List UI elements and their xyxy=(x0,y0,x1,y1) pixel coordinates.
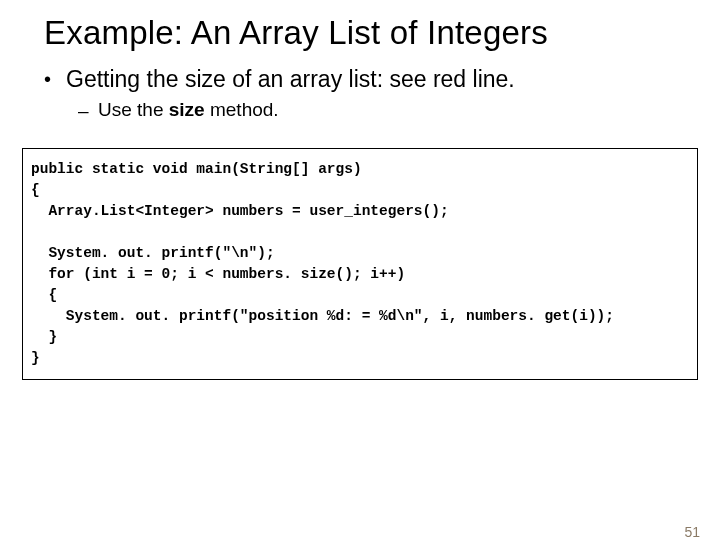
bullet-dash-icon: – xyxy=(78,99,98,122)
bullet-2-bold: size xyxy=(169,99,205,120)
code-line: Array.List<Integer> numbers = user_integ… xyxy=(31,203,449,219)
bullet-dot-icon: • xyxy=(44,66,66,92)
bullet-2-pre: Use the xyxy=(98,99,169,120)
code-line: { xyxy=(31,287,57,303)
bullet-level-2: – Use the size method. xyxy=(78,99,676,122)
code-line: public static void main(String[] args) xyxy=(31,161,362,177)
page-number: 51 xyxy=(684,524,700,540)
code-line: } xyxy=(31,350,40,366)
bullet-level-1: • Getting the size of an array list: see… xyxy=(44,66,676,93)
bullet-1-text: Getting the size of an array list: see r… xyxy=(66,66,515,93)
slide: Example: An Array List of Integers • Get… xyxy=(0,14,720,540)
code-line: { xyxy=(31,182,40,198)
bullet-list: • Getting the size of an array list: see… xyxy=(44,66,676,122)
slide-title: Example: An Array List of Integers xyxy=(44,14,720,52)
code-line: System. out. printf("\n"); xyxy=(31,245,275,261)
bullet-2-post: method. xyxy=(205,99,279,120)
code-line: } xyxy=(31,329,57,345)
code-line: for (int i = 0; i < numbers. size(); i++… xyxy=(31,266,405,282)
bullet-2-text: Use the size method. xyxy=(98,99,279,121)
code-line: System. out. printf("position %d: = %d\n… xyxy=(31,308,614,324)
code-block: public static void main(String[] args) {… xyxy=(22,148,698,380)
